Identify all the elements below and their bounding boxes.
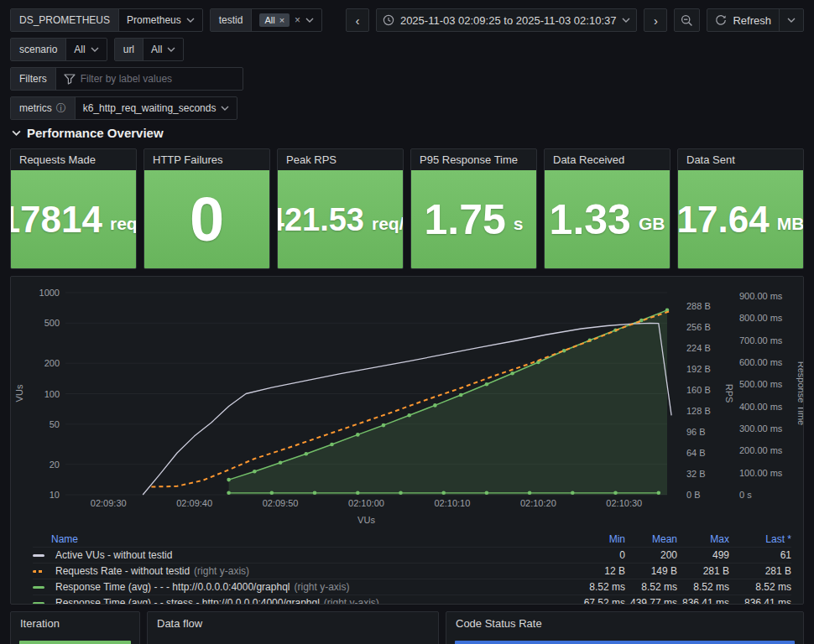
- legend-col-name[interactable]: Name: [33, 533, 573, 545]
- series-min-value: 0: [573, 549, 625, 561]
- series-toggle[interactable]: Response Time (avg) - - - http://0.0.0.0…: [33, 581, 573, 593]
- refresh-button[interactable]: Refresh: [707, 9, 779, 31]
- var-ds-value-dropdown[interactable]: Prometheus: [119, 9, 202, 31]
- var-scenario-label: scenario: [11, 39, 66, 60]
- series-toggle[interactable]: Response Time (avg) - - stress - http://…: [33, 597, 573, 605]
- refresh-interval-dropdown[interactable]: [779, 9, 803, 31]
- var-url-value: All: [151, 44, 162, 55]
- var-scenario-value-dropdown[interactable]: All: [66, 39, 106, 60]
- svg-text:32 B: 32 B: [686, 469, 706, 479]
- metrics-label: metrics: [19, 102, 52, 114]
- series-name: Active VUs - without testid: [55, 549, 172, 561]
- var-metrics-value: k6_http_req_waiting_seconds: [83, 102, 217, 114]
- svg-text:500.00 ms: 500.00 ms: [739, 379, 783, 389]
- stat-title: HTTP Failures: [144, 149, 269, 170]
- var-testid-label: testid: [211, 9, 253, 31]
- series-name: Response Time (avg) - - stress - http://…: [55, 597, 320, 605]
- refresh-label: Refresh: [733, 14, 771, 27]
- svg-text:02:09:40: 02:09:40: [176, 498, 212, 508]
- stat-body: 1.33 GB: [545, 170, 670, 268]
- series-max-value: 281 B: [677, 565, 729, 577]
- series-toggle[interactable]: Requests Rate - without testid (right y-…: [33, 565, 573, 577]
- stat-body: 421.53 req/s: [278, 170, 403, 268]
- stat-panel: Peak RPS 421.53 req/s: [277, 148, 404, 269]
- stat-unit: GB: [639, 205, 665, 234]
- series-last-value: 8.52 ms: [729, 581, 791, 593]
- stat-body: 17814 reqs: [11, 170, 136, 268]
- series-mean-value: 200: [625, 549, 677, 561]
- series-max-value: 8.52 ms: [677, 581, 729, 593]
- toolbar-row-2: scenario All url All: [10, 38, 804, 61]
- clock-icon: [383, 14, 394, 26]
- panel-title: Data flow: [148, 612, 438, 635]
- svg-text:10: 10: [50, 490, 60, 500]
- panel: Data flow: [147, 611, 439, 644]
- section-title: Performance Overview: [27, 126, 164, 140]
- stat-title: Requests Made: [11, 149, 136, 170]
- stat-panel: P95 Response Time 1.75 s: [410, 148, 537, 269]
- filters-input[interactable]: [81, 73, 235, 85]
- series-min-value: 8.52 ms: [573, 581, 625, 593]
- zoom-out-time-button[interactable]: [674, 8, 700, 32]
- chip-remove-icon[interactable]: ×: [279, 15, 284, 25]
- filter-funnel-icon: [64, 74, 76, 85]
- svg-text:600.00 ms: 600.00 ms: [739, 357, 783, 367]
- svg-text:400.00 ms: 400.00 ms: [739, 402, 783, 412]
- stat-unit: MB: [777, 205, 804, 234]
- dashboard: DS_PROMETHEUS Prometheus testid All × × …: [0, 0, 814, 644]
- var-testid-value-dropdown[interactable]: All × ×: [252, 9, 321, 31]
- legend-header: Name Min Mean Max Last *: [33, 531, 791, 547]
- svg-text:02:10:30: 02:10:30: [606, 498, 642, 508]
- stat-body: 17.64 MB: [678, 170, 803, 268]
- time-range-text: 2025-11-03 02:09:25 to 2025-11-03 02:10:…: [400, 14, 617, 27]
- legend-rows: Active VUs - without testid 0 200 499 61…: [33, 547, 791, 605]
- var-metrics-value-dropdown[interactable]: k6_http_req_waiting_seconds: [76, 97, 237, 119]
- chevron-down-icon: [167, 47, 175, 52]
- series-mean-value: 439.77 ms: [625, 597, 677, 605]
- var-ds-prometheus: DS_PROMETHEUS Prometheus: [10, 8, 203, 32]
- var-url-value-dropdown[interactable]: All: [143, 39, 183, 60]
- series-axis-note: (right y-axis): [324, 597, 379, 605]
- var-testid-selected-chip[interactable]: All ×: [259, 13, 290, 27]
- legend-row: Active VUs - without testid 0 200 499 61: [33, 547, 791, 563]
- svg-text:02:09:50: 02:09:50: [263, 498, 299, 508]
- var-metrics: metrics ⓘ k6_http_req_waiting_seconds: [10, 96, 237, 120]
- stats-row: Requests Made 17814 reqs HTTP Failures 0…: [10, 148, 804, 269]
- chevron-down-icon: [622, 18, 630, 23]
- svg-text:500: 500: [44, 318, 60, 328]
- time-back-button[interactable]: ‹: [346, 8, 369, 32]
- series-name: Response Time (avg) - - - http://0.0.0.0…: [55, 581, 290, 593]
- series-mean-value: 8.52 ms: [625, 581, 677, 593]
- svg-text:100.00 ms: 100.00 ms: [739, 468, 783, 478]
- series-max-value: 836.41 ms: [677, 597, 729, 605]
- legend-col-min[interactable]: Min: [573, 533, 625, 545]
- magnifier-minus-icon: [681, 14, 693, 27]
- section-performance-overview[interactable]: Performance Overview: [12, 126, 804, 140]
- svg-text:64 B: 64 B: [686, 448, 706, 458]
- chevron-down-icon: [91, 47, 99, 52]
- chevron-down-icon: [305, 18, 314, 23]
- series-color-swatch: [33, 554, 44, 557]
- stat-value: 0: [190, 189, 224, 251]
- time-forward-button[interactable]: ›: [644, 8, 667, 32]
- refresh-button-group: Refresh: [707, 8, 804, 32]
- panel-bar: [455, 641, 795, 644]
- chart-legend: Name Min Mean Max Last * Active VUs - wi…: [11, 529, 803, 605]
- clear-selection-icon[interactable]: ×: [295, 14, 300, 26]
- legend-col-mean[interactable]: Mean: [625, 533, 677, 545]
- series-toggle[interactable]: Active VUs - without testid: [33, 549, 573, 561]
- svg-text:700.00 ms: 700.00 ms: [739, 335, 783, 345]
- var-url-label: url: [115, 39, 143, 60]
- toolbar-row-4: metrics ⓘ k6_http_req_waiting_seconds: [10, 96, 804, 120]
- time-range-picker[interactable]: 2025-11-03 02:09:25 to 2025-11-03 02:10:…: [376, 8, 638, 32]
- series-axis-note: (right y-axis): [294, 581, 349, 593]
- timeseries-svg[interactable]: 100050020010050201002:09:3002:09:4002:09…: [11, 282, 804, 527]
- stat-unit: req/s: [372, 205, 404, 234]
- chevron-down-icon: [787, 18, 796, 23]
- svg-text:200.00 ms: 200.00 ms: [739, 445, 783, 455]
- chevron-left-icon: ‹: [355, 13, 359, 28]
- stat-title: Data Received: [545, 149, 670, 170]
- legend-col-max[interactable]: Max: [677, 533, 729, 545]
- legend-col-last[interactable]: Last *: [729, 533, 791, 545]
- var-testid: testid All × ×: [210, 8, 322, 32]
